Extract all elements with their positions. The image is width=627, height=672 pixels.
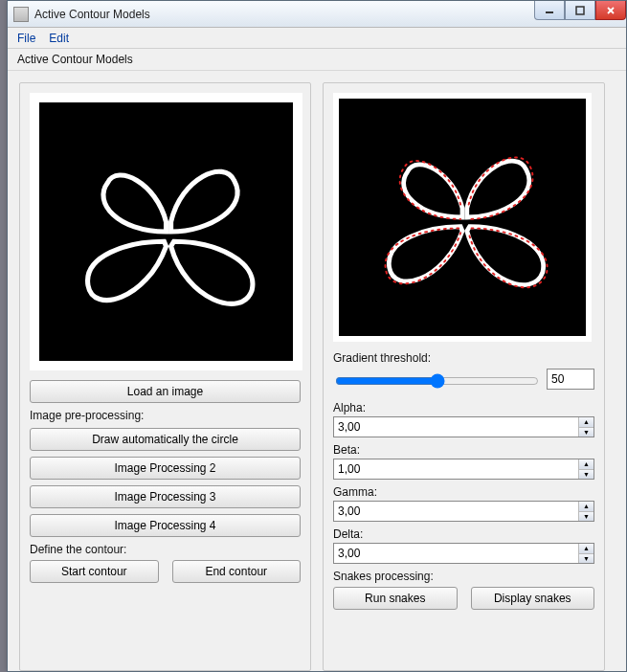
menu-file[interactable]: File	[17, 32, 35, 45]
alpha-input[interactable]	[334, 417, 578, 437]
app-window: Active Contour Models File Edit Active C…	[7, 0, 627, 672]
run-snakes-button[interactable]: Run snakes	[333, 587, 458, 610]
minimize-button[interactable]	[534, 1, 565, 20]
source-image-frame	[30, 93, 302, 370]
source-image-canvas	[39, 102, 293, 361]
beta-label: Beta:	[333, 443, 594, 457]
delta-label: Delta:	[333, 527, 594, 541]
menu-edit[interactable]: Edit	[49, 32, 69, 45]
define-contour-label: Define the contour:	[30, 543, 301, 556]
beta-spinner[interactable]: ▲▼	[578, 459, 593, 479]
page-subtitle: Active Contour Models	[8, 49, 626, 71]
window-title: Active Contour Models	[34, 8, 150, 21]
content: Load an image Image pre-processing: Draw…	[8, 71, 626, 672]
delta-input[interactable]	[334, 544, 578, 563]
alpha-label: Alpha:	[333, 401, 594, 414]
app-icon	[13, 7, 29, 22]
alpha-spinner[interactable]: ▲▼	[578, 417, 593, 437]
start-contour-button[interactable]: Start contour	[30, 560, 159, 583]
image-processing-3-button[interactable]: Image Processing 3	[30, 485, 301, 508]
result-image-canvas	[339, 99, 586, 336]
gamma-spinner[interactable]: ▲▼	[578, 502, 593, 521]
titlebar[interactable]: Active Contour Models	[8, 1, 626, 28]
chevron-up-icon[interactable]: ▲	[579, 459, 593, 470]
image-processing-2-button[interactable]: Image Processing 2	[30, 457, 301, 480]
display-snakes-button[interactable]: Display snakes	[471, 587, 595, 610]
end-contour-button[interactable]: End contour	[172, 560, 302, 583]
gradient-threshold-input[interactable]	[548, 370, 627, 389]
result-image-frame	[333, 93, 592, 342]
window-controls	[534, 1, 626, 20]
chevron-up-icon[interactable]: ▲	[579, 544, 593, 554]
chevron-down-icon[interactable]: ▼	[579, 428, 593, 437]
close-button[interactable]	[595, 1, 626, 20]
chevron-up-icon[interactable]: ▲	[579, 502, 593, 512]
svg-rect-1	[576, 7, 584, 14]
gamma-label: Gamma:	[333, 485, 594, 499]
maximize-icon	[575, 6, 585, 15]
gradient-threshold-slider[interactable]	[335, 373, 539, 389]
preprocessing-label: Image pre-processing:	[30, 409, 301, 422]
chevron-down-icon[interactable]: ▼	[579, 554, 593, 564]
chevron-up-icon[interactable]: ▲	[579, 417, 593, 428]
maximize-button[interactable]	[565, 1, 595, 20]
left-panel: Load an image Image pre-processing: Draw…	[19, 82, 311, 671]
minimize-icon	[545, 6, 554, 15]
beta-input[interactable]	[334, 459, 578, 479]
chevron-down-icon[interactable]: ▼	[579, 512, 593, 522]
draw-circle-button[interactable]: Draw automatically the circle	[30, 428, 301, 451]
delta-spinner[interactable]: ▲▼	[578, 544, 593, 563]
image-processing-4-button[interactable]: Image Processing 4	[30, 514, 301, 537]
gradient-threshold-label: Gradient threshold:	[333, 351, 594, 365]
menubar: File Edit	[8, 28, 626, 49]
chevron-down-icon[interactable]: ▼	[579, 470, 593, 480]
load-image-button[interactable]: Load an image	[30, 380, 301, 403]
right-panel: Gradient threshold: ▲▼ Alpha: ▲▼ Beta: ▲…	[323, 82, 605, 671]
snakes-processing-label: Snakes processing:	[333, 570, 594, 583]
gamma-input[interactable]	[334, 502, 578, 521]
close-icon	[606, 6, 616, 15]
